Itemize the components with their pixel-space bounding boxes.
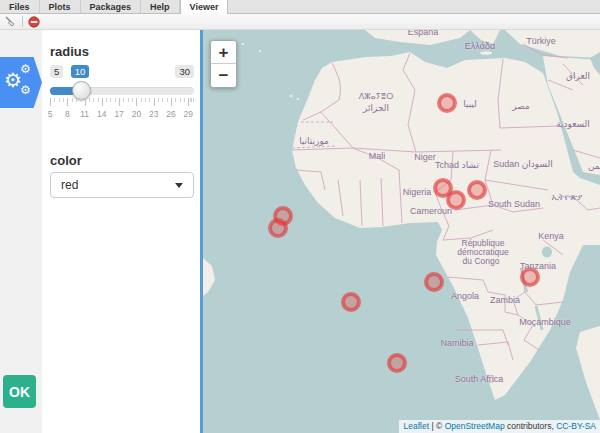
settings-toggle-button[interactable]: ⚙ ⚙ ⚙ — [0, 57, 42, 108]
attribution-link[interactable]: CC-BY-SA — [556, 421, 596, 431]
color-label: color — [50, 153, 194, 168]
tab-viewer[interactable]: Viewer — [180, 0, 229, 14]
slider-tick-label: 17 — [114, 109, 123, 119]
zoom-in-button[interactable]: + — [211, 41, 236, 64]
zoom-control: + − — [210, 40, 237, 88]
tab-packages[interactable]: Packages — [81, 0, 142, 13]
slider-tick-label: 11 — [80, 109, 89, 119]
slider-value-label: 10 — [71, 65, 90, 78]
gear-icon: ⚙ — [20, 63, 31, 75]
attribution-text: | © — [429, 421, 445, 431]
attribution-text: contributors, — [505, 421, 557, 431]
zoom-out-button[interactable]: − — [211, 64, 236, 87]
attribution-link[interactable]: Leaflet — [404, 421, 430, 431]
tab-plots[interactable]: Plots — [40, 0, 81, 13]
slider-tick-label: 20 — [132, 109, 141, 119]
slider-tick-label: 29 — [184, 109, 193, 119]
map-marker[interactable] — [270, 220, 286, 236]
color-select-value: red — [61, 178, 78, 192]
chevron-down-icon — [175, 183, 183, 188]
slider-max-label: 30 — [175, 65, 194, 78]
toolbar-separator — [22, 16, 23, 27]
radius-slider[interactable]: 5 10 30 5811141720232629 — [50, 65, 194, 129]
tab-help[interactable]: Help — [141, 0, 180, 13]
gear-icon: ⚙ — [20, 84, 31, 96]
map-marker[interactable] — [426, 274, 442, 290]
slider-min-label: 5 — [50, 65, 63, 78]
map-marker[interactable] — [343, 294, 359, 310]
slider-grid: 5811141720232629 — [50, 98, 194, 124]
viewer-toolbar — [0, 14, 600, 30]
tab-files[interactable]: Files — [0, 0, 40, 13]
marker-layer — [203, 30, 600, 433]
map-marker[interactable] — [439, 95, 455, 111]
map-marker[interactable] — [448, 192, 464, 208]
controls-panel: radius 5 10 30 5811141720232629 color re… — [42, 30, 200, 433]
color-select[interactable]: red — [50, 172, 194, 198]
pane-tab-bar: FilesPlotsPackagesHelpViewer — [0, 0, 600, 14]
attribution-link[interactable]: OpenStreetMap — [445, 421, 505, 431]
radius-label: radius — [50, 44, 194, 59]
control-rail: ⚙ ⚙ ⚙ OK — [0, 30, 42, 433]
map-attribution: Leaflet | © OpenStreetMap contributors, … — [399, 420, 600, 433]
leaflet-map[interactable]: EspañaΕλλάδαTürkiyeالعراقⴷⵣⴰⵢⴻⵔالجزائرلي… — [203, 30, 600, 433]
stop-icon[interactable] — [28, 16, 40, 28]
map-marker[interactable] — [389, 355, 405, 371]
slider-tick-label: 14 — [97, 109, 106, 119]
slider-tick-label: 26 — [166, 109, 175, 119]
slider-tick-label: 23 — [149, 109, 158, 119]
map-marker[interactable] — [522, 269, 538, 285]
map-marker[interactable] — [469, 182, 485, 198]
ok-button[interactable]: OK — [3, 375, 36, 408]
slider-tick-label: 8 — [65, 109, 70, 119]
slider-tick-label: 5 — [48, 109, 53, 119]
clear-viewer-broom-icon[interactable] — [4, 16, 17, 28]
